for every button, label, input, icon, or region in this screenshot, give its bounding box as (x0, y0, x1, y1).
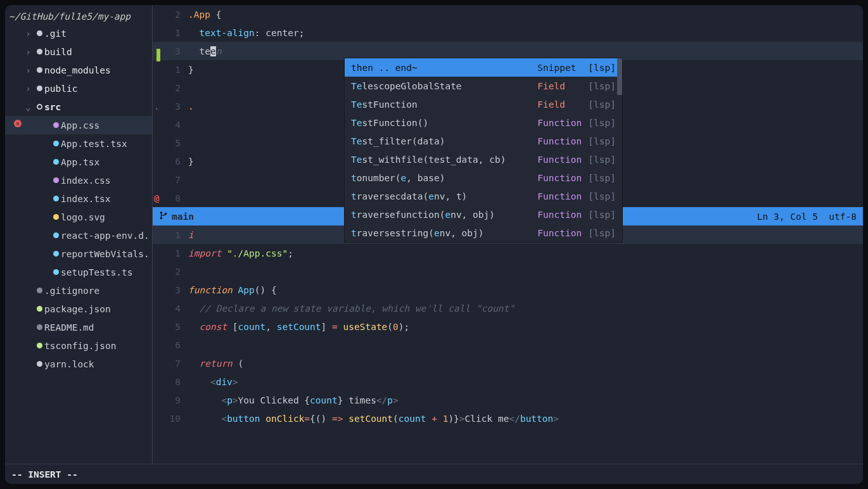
line-number: 4 (153, 120, 188, 130)
tree-file[interactable]: react-app-env.d. (5, 226, 152, 244)
file-dot-icon (51, 269, 61, 275)
completion-source: [lsp] (588, 63, 616, 73)
tree-item-label: App.test.tsx (61, 139, 127, 149)
file-dot-icon (51, 232, 61, 238)
line-number: 7 (153, 175, 188, 185)
tree-folder[interactable]: › public (5, 79, 152, 98)
tree-item-label: reportWebVitals. (61, 249, 150, 259)
completion-item[interactable]: traversecdata(env, t)Function[lsp] (345, 187, 622, 205)
completion-label: Test_filter(data) (351, 136, 537, 146)
file-dot-icon (34, 49, 44, 54)
code-line[interactable]: <button onClick={() => setCount(count + … (188, 414, 863, 424)
completion-source: [lsp] (588, 173, 616, 183)
cursor-position: Ln 3, Col 5 (757, 212, 818, 222)
completion-item[interactable]: TelescopeGlobalStateField[lsp] (345, 77, 622, 95)
line-number: 9 (153, 395, 188, 405)
completion-source: [lsp] (588, 99, 616, 110)
line-number: 7 (153, 359, 188, 369)
completion-label: TestFunction() (351, 118, 537, 128)
completion-kind: Snippet (537, 63, 588, 73)
mode-line: -- INSERT -- (5, 464, 863, 484)
code-line[interactable]: return ( (188, 359, 863, 369)
tree-file[interactable]: README.md (5, 318, 152, 336)
completion-item[interactable]: Test_withfile(test_data, cb)Function[lsp… (345, 150, 622, 168)
file-dot-icon (51, 141, 61, 146)
tree-folder[interactable]: › node_modules (5, 61, 152, 79)
tree-file[interactable]: setupTests.ts (5, 263, 152, 281)
completion-kind: Function (537, 118, 588, 128)
code-line-cursor[interactable]: teen (188, 46, 863, 56)
completion-item[interactable]: TestFunctionField[lsp] (345, 95, 622, 113)
completion-item[interactable]: Test_filter(data)Function[lsp] (345, 132, 622, 150)
bottom-pane[interactable]: 1 import "./App.css"; 2 3 function App()… (153, 244, 863, 428)
tree-file[interactable]: index.css (5, 171, 152, 189)
code-line[interactable]: // Declare a new state variable, which w… (188, 303, 863, 314)
line-number: 1 (153, 28, 188, 38)
chevron-icon: › (25, 47, 34, 57)
completion-kind: Function (537, 173, 588, 183)
git-sign-add (156, 49, 160, 61)
completion-item[interactable]: traversefunction(env, obj)Function[lsp] (345, 205, 622, 224)
code-line[interactable]: <p>You Clicked {count} times</p> (188, 395, 863, 405)
file-dot-icon (34, 67, 44, 73)
tree-folder[interactable]: › .git (5, 24, 152, 42)
completion-kind: Field (537, 81, 588, 91)
editor-window: ~/GitHub/ful1e5/my-app › .git› build› no… (5, 5, 863, 484)
completion-item[interactable]: TestFunction()Function[lsp] (345, 113, 622, 132)
completion-label: Test_withfile(test_data, cb) (351, 155, 537, 165)
tree-file[interactable]: .gitignore (5, 281, 152, 300)
code-line[interactable]: .App { (188, 10, 863, 20)
tree-file[interactable]: yarn.lock (5, 355, 152, 373)
tree-file[interactable]: App.tsx (5, 153, 152, 171)
tree-item-label: setupTests.ts (61, 267, 133, 277)
svg-point-1 (160, 217, 163, 220)
tree-item-label: package.json (44, 304, 111, 314)
line-number: 6 (153, 156, 188, 167)
code-line[interactable]: <div> (188, 377, 863, 387)
tree-file[interactable]: tsconfig.json (5, 336, 152, 355)
file-tree[interactable]: ~/GitHub/ful1e5/my-app › .git› build› no… (5, 5, 152, 464)
tree-folder[interactable]: › build (5, 42, 152, 61)
code-line[interactable]: text-align: center; (188, 28, 863, 38)
file-dot-icon (51, 251, 61, 257)
popup-scrollbar[interactable] (617, 58, 622, 95)
tree-item-label: README.md (44, 322, 94, 333)
line-number: 5 (153, 322, 188, 332)
tree-item-label: node_modules (44, 65, 111, 75)
file-dot-icon (34, 343, 44, 348)
completion-item[interactable]: then .. end~Snippet[lsp] (345, 58, 622, 77)
tree-file[interactable]: package.json (5, 300, 152, 318)
code-line[interactable]: const [count, setCount] = useState(0); (188, 322, 863, 332)
git-sign-change: @ (154, 193, 160, 203)
completion-item[interactable]: tonumber(e, base)Function[lsp] (345, 168, 622, 187)
code-line[interactable]: import "./App.css"; (188, 248, 863, 258)
chevron-icon: › (25, 29, 34, 39)
completion-popup[interactable]: then .. end~Snippet[lsp]TelescopeGlobalS… (345, 58, 622, 242)
top-pane[interactable]: 2 .App { 1 text-align: center; 3 teen 1 … (153, 5, 863, 207)
completion-source: [lsp] (588, 136, 616, 146)
branch-name: main (172, 212, 194, 222)
tree-file[interactable]: index.tsx (5, 189, 152, 208)
tree-item-label: App.css (61, 120, 99, 130)
completion-kind: Function (537, 191, 588, 201)
line-number-current: 3 (153, 46, 188, 56)
completion-label: tonumber(e, base) (351, 173, 537, 183)
completion-item[interactable]: traversestring(env, obj)Function[lsp] (345, 224, 622, 242)
tree-file[interactable]: logo.svg (5, 208, 152, 226)
tree-file[interactable]: ✕ App.css (5, 116, 152, 134)
completion-label: traversecdata(env, t) (351, 191, 537, 201)
completion-source: [lsp] (588, 191, 616, 201)
tree-file[interactable]: reportWebVitals. (5, 244, 152, 263)
completion-label: then .. end~ (351, 63, 537, 73)
tree-file[interactable]: App.test.tsx (5, 134, 152, 153)
line-number: 5 (153, 138, 188, 148)
line-number: 1 (153, 230, 188, 240)
tree-item-label: src (44, 102, 61, 112)
completion-kind: Field (537, 99, 588, 110)
tree-folder[interactable]: ⌄ src (5, 98, 152, 116)
git-branch-icon (159, 211, 168, 222)
completion-kind: Function (537, 210, 588, 220)
code-line[interactable]: function App() { (188, 285, 863, 295)
tree-item-label: react-app-env.d. (61, 231, 150, 241)
file-dot-icon (34, 324, 44, 330)
